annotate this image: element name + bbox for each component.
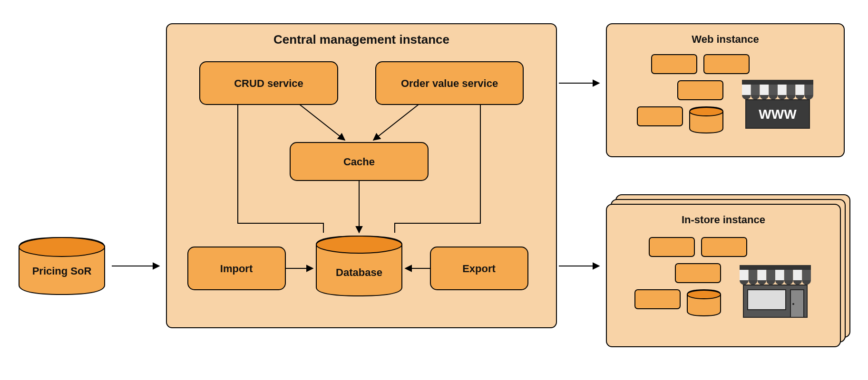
svg-rect-27 — [802, 270, 811, 280]
web-mini-db — [690, 107, 723, 133]
svg-point-18 — [687, 290, 721, 299]
web-mini-box — [637, 107, 683, 126]
web-instance: Web instance — [606, 24, 844, 157]
pricing-sor: Pricing SoR — [19, 238, 105, 294]
svg-point-4 — [690, 107, 723, 116]
svg-rect-23 — [766, 270, 775, 280]
svg-rect-22 — [758, 270, 767, 280]
import-label: Import — [220, 263, 253, 275]
svg-point-0 — [19, 238, 105, 256]
svg-rect-21 — [749, 270, 758, 280]
database-cylinder: Database — [316, 236, 402, 296]
instore-mini-box — [649, 238, 694, 256]
svg-point-2 — [316, 236, 402, 253]
central-title: Central management instance — [273, 32, 449, 47]
svg-rect-6 — [742, 85, 751, 95]
svg-rect-10 — [778, 85, 787, 95]
svg-rect-25 — [784, 270, 793, 280]
export-label: Export — [462, 263, 496, 275]
svg-rect-11 — [787, 85, 796, 95]
database-label: Database — [336, 266, 382, 278]
order-value-label: Order value service — [401, 77, 498, 89]
crud-service-label: CRUD service — [234, 77, 303, 89]
instore-mini-box — [675, 264, 721, 283]
architecture-diagram: Pricing SoR Central management instance … — [0, 0, 868, 380]
pricing-sor-label: Pricing SoR — [32, 265, 92, 277]
www-storefront-icon: WWW — [742, 80, 813, 128]
svg-rect-26 — [793, 270, 802, 280]
svg-rect-20 — [740, 270, 749, 280]
in-store-instance: In-store instance — [606, 195, 850, 347]
web-instance-title: Web instance — [692, 33, 759, 45]
svg-rect-13 — [804, 85, 813, 95]
cache-label: Cache — [343, 156, 375, 168]
svg-rect-24 — [775, 270, 784, 280]
svg-rect-30 — [790, 290, 804, 317]
svg-rect-5 — [742, 80, 813, 85]
instore-mini-box — [702, 238, 747, 256]
svg-rect-9 — [769, 85, 778, 95]
store-icon — [740, 265, 811, 317]
in-store-title: In-store instance — [682, 214, 765, 226]
web-mini-box — [678, 81, 723, 100]
svg-rect-12 — [796, 85, 805, 95]
svg-rect-19 — [740, 265, 811, 270]
svg-point-31 — [792, 303, 794, 305]
instore-mini-db — [687, 290, 721, 316]
svg-rect-8 — [760, 85, 769, 95]
svg-rect-29 — [748, 290, 786, 310]
web-mini-box — [704, 55, 749, 74]
instore-mini-box — [635, 290, 680, 309]
web-mini-box — [652, 55, 697, 74]
svg-rect-7 — [751, 85, 760, 95]
www-label: WWW — [759, 107, 797, 122]
central-container: Central management instance CRUD service… — [166, 24, 556, 328]
